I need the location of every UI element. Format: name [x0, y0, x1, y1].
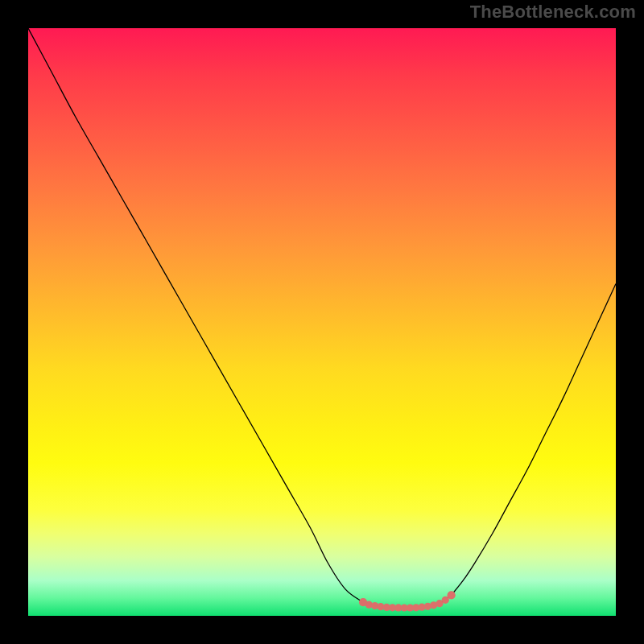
bottleneck-marker-end — [448, 591, 456, 599]
curve-left-curve — [28, 28, 363, 602]
watermark-text: TheBottleneck.com — [470, 2, 636, 23]
plot-area — [28, 28, 616, 616]
curve-svg — [28, 28, 616, 616]
bottleneck-marker-end — [359, 598, 367, 606]
curve-right-curve — [452, 284, 616, 596]
chart-frame: TheBottleneck.com — [0, 0, 644, 644]
